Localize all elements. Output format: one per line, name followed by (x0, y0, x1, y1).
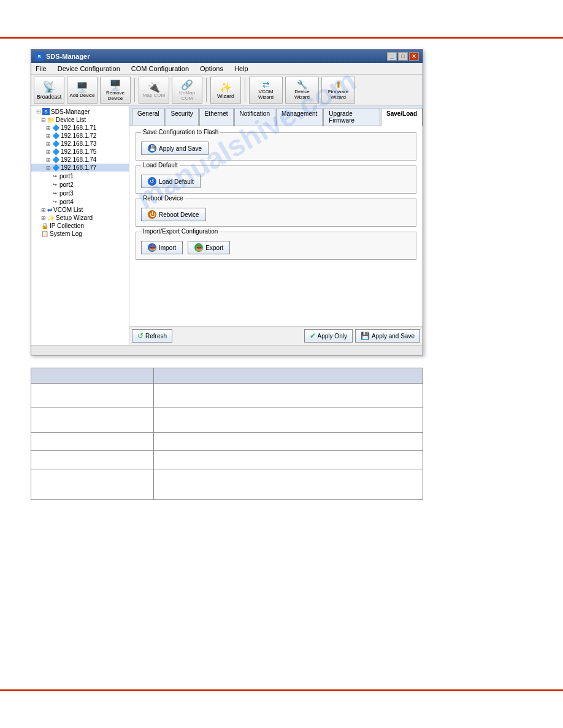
table-cell-row4-col2 (154, 451, 423, 469)
firmware-wizard-label: FirmwareWizard (328, 89, 348, 100)
table-row (31, 433, 423, 451)
sidebar-item-ip-71[interactable]: ⊞ 🔷 192.168.1.71 (31, 124, 129, 132)
import-label: Import (159, 245, 176, 251)
table-cell-row5-col2 (154, 469, 423, 500)
table-row (31, 408, 423, 433)
sidebar-tree: ⊟ S SDS-Manager ⊟ 📁 Device List ⊞ 🔷 192.… (31, 106, 129, 345)
table-header-col1 (31, 368, 154, 384)
unmap-com-label: UnMap COM (174, 91, 201, 102)
close-button[interactable]: ✕ (409, 52, 419, 61)
sidebar-item-ip-72[interactable]: ⊞ 🔷 192.168.1.72 (31, 132, 129, 140)
sidebar-item-ip-74[interactable]: ⊞ 🔷 192.168.1.74 (31, 156, 129, 164)
map-com-button[interactable]: 🔌 Map COM (139, 77, 169, 104)
unmap-com-icon: 🔗 (181, 79, 193, 91)
expand-icon: ⊞ (46, 157, 51, 163)
broadcast-icon: 📡 (42, 80, 56, 94)
window-controls: _ □ ✕ (387, 52, 419, 61)
tab-ethernet[interactable]: Ethernet (199, 108, 234, 126)
table-header-col2 (154, 368, 423, 384)
sidebar-item-ip-77[interactable]: ⊟ 🔷 192.168.1.77 (31, 164, 129, 172)
sidebar-item-device-list[interactable]: ⊟ 📁 Device List (31, 116, 129, 124)
reboot-label: Reboot Device (159, 211, 199, 218)
remove-device-button[interactable]: 🖥️ Remove Device (100, 77, 131, 104)
tab-management[interactable]: Management (276, 108, 323, 126)
apply-save-button[interactable]: 💾 Apply and Save (141, 142, 209, 155)
section-title-reboot: Reboot Device (141, 195, 185, 202)
sidebar-label-ip-75: 192.168.1.75 (61, 148, 96, 155)
main-area: ⊟ S SDS-Manager ⊟ 📁 Device List ⊞ 🔷 192.… (31, 106, 423, 345)
ip-icon: 🔒 (41, 222, 48, 229)
menu-help[interactable]: Help (232, 64, 250, 73)
sidebar-label-ip-74: 192.168.1.74 (61, 156, 96, 163)
sidebar-item-sds-manager[interactable]: ⊟ S SDS-Manager (31, 107, 129, 116)
restore-button[interactable]: □ (398, 52, 408, 61)
section-title-load: Load Default (141, 162, 180, 169)
sidebar-item-ip-collection[interactable]: 🔒 IP Collection (31, 222, 129, 230)
import-button[interactable]: 📥 Import (141, 241, 183, 254)
sidebar-label-vcom-list: VCOM List (53, 207, 83, 213)
sidebar-item-setup-wizard[interactable]: ⊞ ✨ Setup Wizard (31, 214, 129, 222)
expand-icon: ⊞ (46, 125, 51, 131)
table-row (31, 469, 423, 500)
remove-device-label: Remove Device (102, 91, 129, 102)
refresh-button[interactable]: ↺ Refresh (132, 329, 172, 343)
sidebar-item-port2[interactable]: ↪ port2 (31, 180, 129, 189)
panel-content: Save Configuration to Flash 💾 Apply and … (129, 126, 423, 326)
sidebar-item-vcom-list[interactable]: ⊞ ⇄ VCOM List (31, 206, 129, 214)
device-icon: 🔷 (52, 156, 59, 163)
sds-manager-icon: S (42, 108, 50, 115)
unmap-com-button[interactable]: 🔗 UnMap COM (172, 77, 202, 104)
load-default-button[interactable]: ↺ Load Default (141, 175, 201, 188)
sidebar-item-port4[interactable]: ↪ port4 (31, 197, 129, 206)
load-default-icon: ↺ (148, 177, 156, 186)
device-wizard-button[interactable]: 🔧 DeviceWizard (285, 77, 319, 104)
add-device-icon: 🖥️ (76, 82, 88, 93)
tab-security[interactable]: Security (166, 108, 199, 126)
minimize-button[interactable]: _ (387, 52, 397, 61)
section-reboot: Reboot Device ⏻ Reboot Device (136, 199, 416, 227)
tab-notification[interactable]: Notification (234, 108, 275, 126)
sidebar-item-ip-75[interactable]: ⊞ 🔷 192.168.1.75 (31, 148, 129, 156)
device-icon: 🔷 (52, 164, 59, 171)
sidebar-label-ip-73: 192.168.1.73 (61, 140, 96, 147)
sidebar-item-system-log[interactable]: 📋 System Log (31, 230, 129, 238)
tab-general[interactable]: General (132, 108, 165, 126)
device-wizard-icon: 🔧 (297, 80, 307, 89)
vcom-wizard-label: VCOMWizard (258, 89, 274, 100)
device-icon: 🔷 (52, 140, 59, 147)
sidebar-item-port3[interactable]: ↪ port3 (31, 189, 129, 197)
port-icon: ↪ (51, 189, 58, 197)
export-label: Export (205, 245, 223, 251)
sidebar-item-ip-73[interactable]: ⊞ 🔷 192.168.1.73 (31, 140, 129, 148)
apply-only-button[interactable]: ✔ Apply Only (304, 329, 353, 343)
save-icon: 💾 (361, 332, 370, 340)
table-row (31, 451, 423, 469)
reboot-device-button[interactable]: ⏻ Reboot Device (141, 208, 206, 221)
menu-file[interactable]: File (34, 64, 48, 73)
menu-device-config[interactable]: Device Configuration (56, 64, 122, 73)
tab-save-load[interactable]: Save/Load (381, 108, 423, 126)
table-cell-row2-col1 (31, 408, 154, 433)
menu-options[interactable]: Options (198, 64, 225, 73)
wizard-button[interactable]: ✨ Wizard (210, 77, 241, 104)
broadcast-button[interactable]: 📡 Broadcast (34, 77, 64, 104)
vcom-wizard-button[interactable]: ⇄ VCOMWizard (249, 77, 283, 104)
firmware-wizard-button[interactable]: ⬆ FirmwareWizard (321, 77, 355, 104)
vcom-icon: ⇄ (47, 207, 52, 213)
apply-save-bottom-button[interactable]: 💾 Apply and Save (355, 329, 420, 343)
table-row (31, 384, 423, 408)
table-cell-row3-col1 (31, 433, 154, 451)
expand-icon: ⊞ (46, 141, 51, 147)
add-device-label: Add Device (70, 93, 95, 99)
add-device-button[interactable]: 🖥️ Add Device (67, 77, 98, 104)
device-icon: 🔷 (52, 148, 59, 155)
sidebar-label-ip-collection: IP Collection (50, 222, 84, 229)
sidebar-item-port1[interactable]: ↪ port1 (31, 172, 129, 180)
export-button[interactable]: 📤 Export (188, 241, 230, 254)
import-icon: 📥 (148, 243, 156, 252)
menu-com-config[interactable]: COM Configuration (129, 64, 191, 73)
export-icon: 📤 (194, 243, 203, 252)
tab-upgrade-firmware[interactable]: Upgrade Firmware (323, 108, 380, 126)
expand-icon: ⊟ (36, 108, 41, 115)
menubar: File Device Configuration COM Configurat… (31, 63, 423, 75)
